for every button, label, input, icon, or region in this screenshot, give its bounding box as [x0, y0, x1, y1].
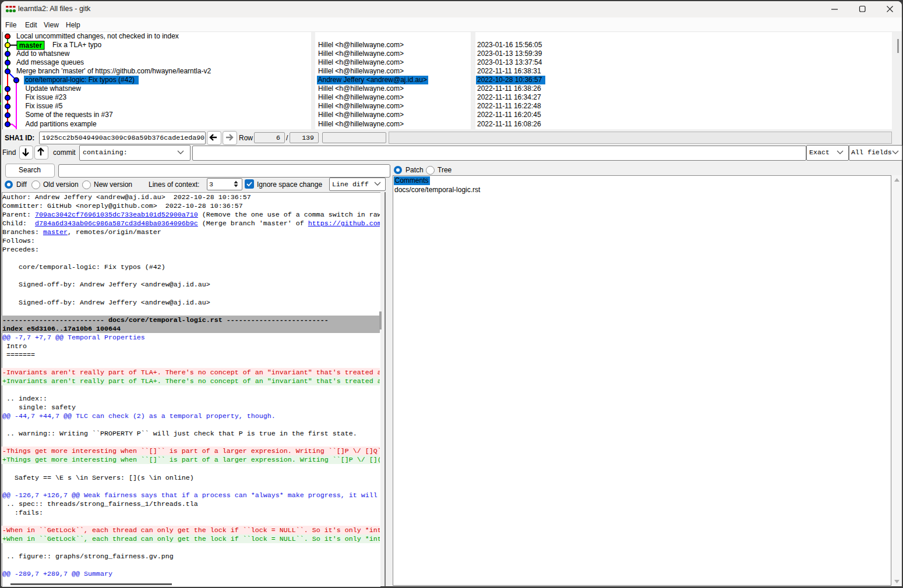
svg-text:master: master — [19, 41, 43, 49]
